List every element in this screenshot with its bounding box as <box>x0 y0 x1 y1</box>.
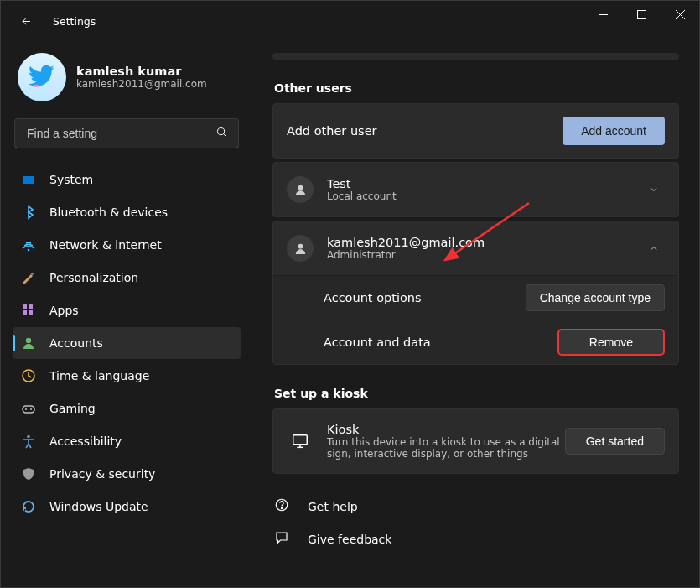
nav-item-personalization[interactable]: Personalization <box>13 262 241 294</box>
give-feedback-link[interactable]: Give feedback <box>272 527 679 551</box>
kiosk-get-started-button[interactable]: Get started <box>565 428 665 455</box>
personalization-icon <box>21 270 36 285</box>
svg-point-20 <box>27 435 30 439</box>
account-options-row: Account options Change account type <box>273 275 678 320</box>
nav-item-privacy[interactable]: Privacy & security <box>13 458 241 490</box>
svg-point-4 <box>34 84 39 86</box>
search-box[interactable] <box>14 118 239 148</box>
chevron-up-icon[interactable] <box>643 243 665 253</box>
svg-point-19 <box>30 408 32 410</box>
close-button[interactable] <box>661 1 699 28</box>
nav-item-accessibility[interactable]: Accessibility <box>13 425 241 457</box>
svg-point-18 <box>25 408 27 410</box>
remove-button[interactable]: Remove <box>557 329 665 356</box>
feedback-icon <box>274 530 289 548</box>
svg-point-27 <box>281 507 282 508</box>
svg-point-9 <box>28 249 30 252</box>
section-other-users: Other users <box>274 81 679 95</box>
time-icon <box>21 368 36 383</box>
profile-block[interactable]: kamlesh kumar kamlesh2011@gmail.com <box>13 41 241 118</box>
svg-rect-17 <box>23 406 34 413</box>
search-icon <box>215 126 228 142</box>
nav-item-bluetooth[interactable]: Bluetooth & devices <box>13 196 241 228</box>
nav-label: Privacy & security <box>49 467 155 481</box>
nav-item-update[interactable]: Windows Update <box>13 491 241 523</box>
svg-point-15 <box>26 338 31 343</box>
nav-item-gaming[interactable]: Gaming <box>13 393 241 424</box>
profile-name: kamlesh kumar <box>76 65 207 78</box>
apps-icon <box>21 303 36 318</box>
svg-point-21 <box>298 185 303 190</box>
user-sub: Local account <box>327 190 397 202</box>
svg-point-5 <box>218 127 225 134</box>
maximize-button[interactable] <box>622 1 661 28</box>
add-other-user-label: Add other user <box>287 124 377 138</box>
update-icon <box>21 499 36 514</box>
privacy-icon <box>21 466 36 481</box>
nav-label: Accessibility <box>49 434 122 448</box>
kiosk-icon <box>287 428 314 455</box>
svg-rect-1 <box>637 10 646 18</box>
user-icon <box>287 176 314 203</box>
accounts-icon <box>21 336 36 351</box>
add-other-user-card: Add other user Add account <box>272 103 679 159</box>
profile-email: kamlesh2011@gmail.com <box>76 78 207 90</box>
section-kiosk: Set up a kiosk <box>274 387 679 400</box>
user-sub: Administrator <box>327 249 485 261</box>
user-row[interactable]: kamlesh2011@gmail.com Administrator <box>273 221 678 275</box>
accessibility-icon <box>21 434 36 449</box>
svg-rect-7 <box>23 176 34 184</box>
gaming-icon <box>21 401 36 416</box>
user-icon <box>287 235 314 262</box>
nav-label: Time & language <box>49 369 149 382</box>
get-help-label: Get help <box>308 500 358 513</box>
svg-rect-8 <box>26 185 31 185</box>
nav-label: System <box>49 173 93 186</box>
nav-label: Network & internet <box>49 238 162 252</box>
svg-rect-23 <box>293 435 308 445</box>
nav-item-time[interactable]: Time & language <box>13 360 241 392</box>
svg-rect-12 <box>29 304 33 309</box>
system-icon <box>21 172 36 187</box>
nav-label: Apps <box>49 304 79 317</box>
svg-rect-13 <box>23 310 27 315</box>
minimize-button[interactable] <box>583 1 622 28</box>
nav-item-system[interactable]: System <box>13 164 241 195</box>
get-help-link[interactable]: Get help <box>272 494 679 518</box>
nav-label: Accounts <box>49 336 103 350</box>
user-name: kamlesh2011@gmail.com <box>327 236 485 249</box>
change-account-type-button[interactable]: Change account type <box>526 284 665 311</box>
nav-label: Windows Update <box>49 500 148 513</box>
kiosk-title: Kiosk <box>327 423 565 436</box>
nav-item-accounts[interactable]: Accounts <box>13 327 241 359</box>
nav-item-network[interactable]: Network & internet <box>13 229 241 261</box>
give-feedback-label: Give feedback <box>308 533 391 546</box>
network-icon <box>21 237 36 252</box>
add-account-button[interactable]: Add account <box>563 117 665 145</box>
account-data-label: Account and data <box>324 336 431 349</box>
user-name: Test <box>327 177 397 190</box>
window-title: Settings <box>53 15 96 28</box>
svg-rect-11 <box>23 304 27 309</box>
svg-rect-14 <box>29 310 33 315</box>
kiosk-card: Kiosk Turn this device into a kiosk to u… <box>272 408 679 474</box>
user-card-test[interactable]: Test Local account <box>272 162 679 217</box>
back-button[interactable] <box>14 9 38 33</box>
nav-label: Bluetooth & devices <box>49 206 168 219</box>
svg-point-22 <box>298 243 303 248</box>
help-icon <box>274 497 289 515</box>
svg-line-6 <box>224 133 226 136</box>
search-input[interactable] <box>25 126 215 141</box>
nav-label: Gaming <box>49 402 96 415</box>
nav-item-apps[interactable]: Apps <box>13 294 241 326</box>
nav-label: Personalization <box>49 271 138 284</box>
chevron-down-icon[interactable] <box>643 185 665 195</box>
avatar <box>18 53 66 101</box>
account-options-label: Account options <box>324 291 422 304</box>
account-data-row: Account and data Remove <box>273 320 678 364</box>
user-card-kamlesh: kamlesh2011@gmail.com Administrator Acco… <box>272 221 679 365</box>
header-divider <box>272 53 679 60</box>
bluetooth-icon <box>21 205 36 220</box>
kiosk-desc: Turn this device into a kiosk to use as … <box>327 436 562 460</box>
